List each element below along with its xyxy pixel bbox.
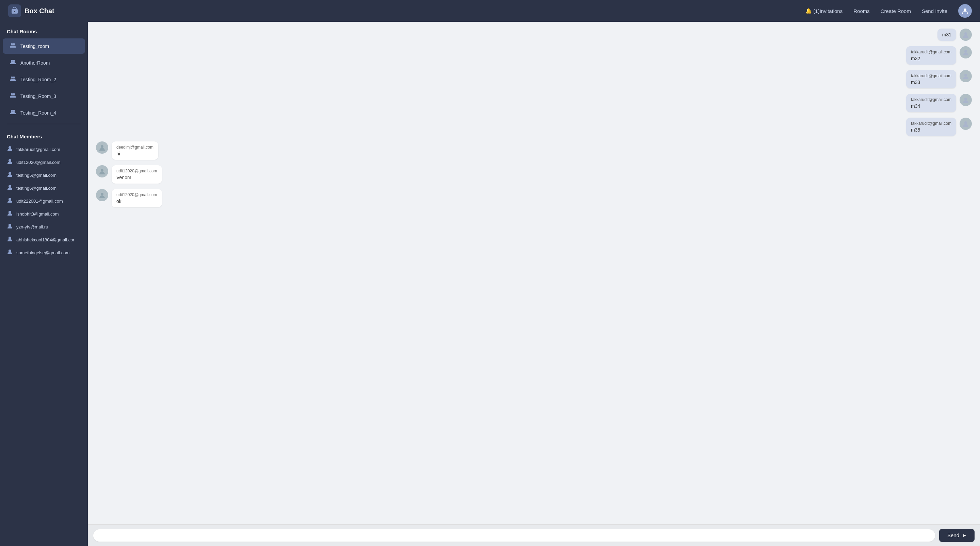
message-sender-m34: takkarudit@gmail.com — [911, 97, 951, 102]
sidebar-item-testing-room-4[interactable]: Testing_Room_4 — [3, 105, 85, 121]
message-row-m34: takkarudit@gmail.com m34 — [906, 94, 972, 112]
send-button[interactable]: Send ➤ — [939, 529, 975, 542]
group-icon-5 — [10, 108, 16, 117]
message-text-m33: m33 — [911, 79, 951, 85]
person-icon-5 — [7, 197, 13, 205]
app-header: Box Chat 🔔 (1)Invitations Rooms Create R… — [0, 0, 980, 22]
chat-members-title: Chat Members — [0, 127, 88, 143]
room-label-4: Testing_Room_3 — [21, 94, 56, 99]
message-input[interactable] — [93, 529, 935, 541]
message-avatar-lm3 — [96, 189, 108, 201]
message-bubble-m34: takkarudit@gmail.com m34 — [906, 94, 956, 112]
member-item-7[interactable]: yzn-yfv@mail.ru — [0, 220, 88, 233]
member-item-3[interactable]: testing5@gmail.com — [0, 168, 88, 181]
header-nav: 🔔 (1)Invitations Rooms Create Room Send … — [805, 4, 972, 17]
svg-point-16 — [8, 185, 11, 188]
message-text-m34: m34 — [911, 103, 951, 109]
message-bubble-lm2: udit12020@gmail.com Venom — [111, 165, 162, 184]
svg-point-21 — [8, 249, 11, 252]
sidebar-divider — [7, 124, 81, 124]
svg-point-24 — [964, 74, 967, 76]
group-icon-2 — [10, 59, 16, 67]
svg-point-11 — [11, 110, 13, 112]
member-item-8[interactable]: abhishekcool1804@gmail.cor — [0, 233, 88, 246]
person-icon-4 — [7, 184, 13, 192]
svg-point-27 — [101, 145, 103, 148]
svg-point-26 — [964, 121, 967, 124]
person-icon-9 — [7, 249, 13, 256]
member-email-6: ishobhit3@gmail.com — [16, 211, 59, 217]
member-item-5[interactable]: udit222001@gmail.com — [0, 194, 88, 207]
message-text-m32: m32 — [911, 56, 951, 61]
message-avatar-m35 — [959, 117, 972, 130]
svg-point-17 — [8, 198, 11, 201]
room-label: Testing_room — [21, 43, 49, 49]
person-icon-2 — [7, 159, 13, 166]
message-sender-m32: takkarudit@gmail.com — [911, 50, 951, 54]
input-area: Send ➤ — [88, 524, 980, 546]
svg-point-22 — [964, 32, 967, 35]
rooms-nav-item[interactable]: Rooms — [853, 8, 870, 14]
member-item-2[interactable]: udit12020@gmail.com — [0, 156, 88, 168]
message-text-lm1: hi — [116, 151, 153, 156]
person-icon-8 — [7, 236, 13, 243]
message-text-m35: m35 — [911, 127, 951, 133]
svg-point-1 — [14, 11, 15, 12]
message-text-lm3: ok — [116, 198, 157, 204]
svg-point-2 — [964, 8, 966, 11]
svg-point-20 — [8, 236, 11, 239]
user-avatar[interactable] — [958, 4, 972, 17]
message-avatar-m33 — [959, 70, 972, 82]
message-sender-lm3: udit12020@gmail.com — [116, 192, 157, 197]
member-email-9: somethingelse@gmail.com — [16, 250, 69, 256]
person-icon-7 — [7, 223, 13, 230]
message-avatar-m31 — [959, 29, 972, 41]
sidebar-item-testing-room-2[interactable]: Testing_Room_2 — [3, 72, 85, 87]
svg-point-12 — [13, 110, 15, 112]
member-email-2: udit12020@gmail.com — [16, 160, 60, 165]
member-item-1[interactable]: takkarudit@gmail.com — [0, 143, 88, 156]
room-label-5: Testing_Room_4 — [21, 110, 56, 116]
svg-point-3 — [11, 43, 13, 45]
member-email-1: takkarudit@gmail.com — [16, 147, 60, 152]
svg-point-4 — [13, 43, 15, 45]
messages-container: m31 takkarudit@gmail.com m32 — [88, 22, 980, 524]
svg-point-29 — [101, 193, 103, 195]
member-item-4[interactable]: testing6@gmail.com — [0, 181, 88, 194]
room-label-3: Testing_Room_2 — [21, 77, 56, 82]
member-item-9[interactable]: somethingelse@gmail.com — [0, 246, 88, 259]
person-icon-6 — [7, 210, 13, 217]
message-sender-lm2: udit12020@gmail.com — [116, 168, 157, 173]
sidebar-item-testing-room-3[interactable]: Testing_Room_3 — [3, 88, 85, 104]
message-row-lm1: deedimj@gmail.com hi — [96, 141, 273, 160]
message-avatar-m34 — [959, 94, 972, 106]
svg-point-13 — [8, 146, 11, 149]
message-row-m31: m31 — [937, 29, 972, 41]
svg-point-7 — [11, 76, 13, 79]
message-row-lm3: udit12020@gmail.com ok — [96, 189, 273, 207]
message-bubble-m33: takkarudit@gmail.com m33 — [906, 70, 956, 88]
message-row-m33: takkarudit@gmail.com m33 — [906, 70, 972, 88]
invitations-nav-item[interactable]: 🔔 (1)Invitations — [805, 8, 843, 14]
create-room-nav-item[interactable]: Create Room — [881, 8, 911, 14]
send-invite-nav-item[interactable]: Send Invite — [922, 8, 947, 14]
send-icon: ➤ — [962, 532, 966, 538]
sidebar: Chat Rooms Testing_room AnotherRoom — [0, 22, 88, 546]
member-email-3: testing5@gmail.com — [16, 173, 56, 178]
message-avatar-lm1 — [96, 141, 108, 154]
group-icon — [10, 42, 16, 50]
message-bubble-lm1: deedimj@gmail.com hi — [111, 141, 158, 160]
svg-point-6 — [13, 60, 15, 62]
sidebar-item-testing-room[interactable]: Testing_room — [3, 38, 85, 54]
message-bubble-lm3: udit12020@gmail.com ok — [111, 189, 162, 207]
svg-point-14 — [8, 159, 11, 162]
svg-point-23 — [964, 50, 967, 53]
member-item-6[interactable]: ishobhit3@gmail.com — [0, 207, 88, 220]
sidebar-item-another-room[interactable]: AnotherRoom — [3, 55, 85, 70]
message-bubble-m35: takkarudit@gmail.com m35 — [906, 117, 956, 136]
message-bubble-m31: m31 — [937, 29, 956, 41]
person-icon-1 — [7, 146, 13, 153]
message-avatar-m32 — [959, 46, 972, 59]
member-email-5: udit222001@gmail.com — [16, 198, 63, 204]
message-avatar-lm2 — [96, 165, 108, 178]
